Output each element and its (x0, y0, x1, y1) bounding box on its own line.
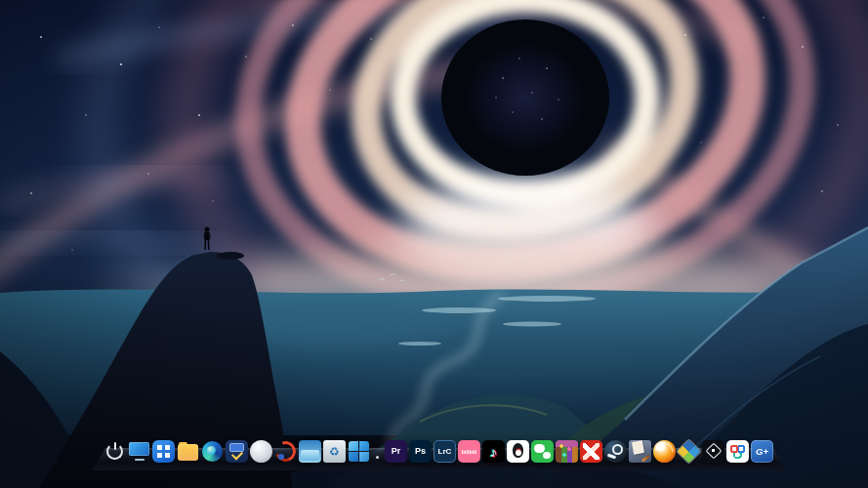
icon-glyph: ♻ (323, 440, 346, 463)
windows-tiles-icon[interactable] (348, 440, 370, 463)
adobe-lightroom-classic-icon[interactable]: LrC (434, 440, 456, 463)
icon-glyph: bilibili (459, 441, 479, 462)
app-launcher-grid-icon[interactable] (152, 440, 175, 463)
icon-glyph (128, 440, 150, 463)
cube-app-icon[interactable] (702, 440, 724, 463)
icon-glyph (103, 440, 126, 463)
icon-glyph (152, 440, 175, 463)
desktop: ♻ Pr Ps LrC bilibili ♪ (0, 0, 868, 488)
qq-penguin-icon[interactable] (507, 440, 529, 463)
red-game-app-icon[interactable] (580, 440, 602, 463)
icon-glyph (726, 440, 749, 463)
icon-glyph (556, 440, 578, 463)
icon-glyph (604, 440, 627, 463)
icon-glyph (580, 440, 602, 463)
icon-glyph (629, 440, 651, 463)
icon-glyph (653, 440, 676, 463)
wallpaper-art (0, 0, 868, 488)
blue-window-app-icon[interactable] (299, 440, 321, 463)
icon-glyph (299, 440, 321, 463)
pixel-game-icon[interactable] (556, 440, 578, 463)
recycle-bin-icon[interactable]: ♻ (323, 440, 346, 463)
white-sphere-app-icon[interactable] (250, 440, 272, 463)
bilibili-icon[interactable]: bilibili (458, 440, 480, 463)
icon-glyph: Pr (385, 440, 407, 463)
file-manager-folder-icon[interactable] (177, 440, 199, 463)
dock-indicator-dot (376, 456, 379, 459)
icon-glyph (507, 440, 529, 463)
icon-glyph (177, 440, 199, 463)
icon-glyph (250, 440, 272, 463)
red-swirl-app-icon[interactable] (274, 440, 297, 463)
icon-glyph (531, 440, 554, 463)
adobe-photoshop-icon[interactable]: Ps (409, 440, 432, 463)
wechat-icon[interactable] (531, 440, 554, 463)
dock-icons-row: ♻ Pr Ps LrC bilibili ♪ (103, 440, 773, 463)
monitor-icon[interactable] (128, 440, 150, 463)
g-plus-app-icon[interactable]: G+ (751, 440, 773, 463)
icon-glyph (226, 440, 248, 463)
orange-sphere-app-icon[interactable] (653, 440, 676, 463)
icon-glyph: Ps (409, 440, 432, 463)
tri-rings-app-icon[interactable] (726, 440, 749, 463)
tiktok-douyin-icon[interactable]: ♪ (482, 440, 505, 463)
diamond-tiles-app-icon[interactable] (678, 440, 700, 463)
edge-browser-icon[interactable] (201, 440, 224, 463)
steam-icon[interactable] (604, 440, 627, 463)
icon-glyph (201, 440, 224, 463)
documents-folder-icon[interactable] (629, 440, 651, 463)
icon-glyph (702, 440, 724, 463)
icon-glyph: ♪ (482, 440, 505, 463)
icon-glyph (348, 440, 370, 463)
adobe-premiere-icon[interactable]: Pr (385, 440, 407, 463)
power-icon[interactable] (103, 440, 126, 463)
icon-glyph: LrC (434, 440, 456, 463)
icon-glyph (678, 440, 700, 463)
toolbox-icon[interactable] (226, 440, 248, 463)
icon-glyph: G+ (751, 440, 773, 463)
icon-glyph (274, 440, 297, 463)
